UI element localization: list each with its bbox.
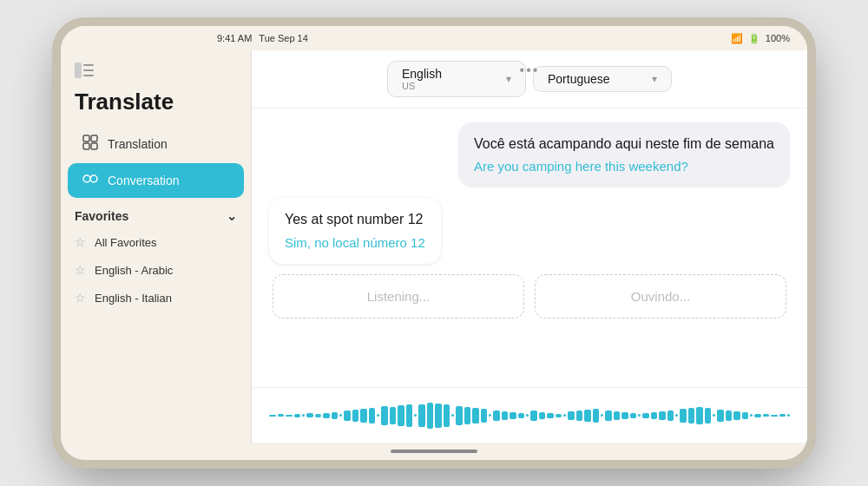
waveform-bar (360, 409, 367, 423)
waveform-bar (493, 410, 500, 421)
target-language-selector[interactable]: Portuguese ▾ (533, 66, 672, 92)
svg-point-9 (90, 175, 97, 182)
waveform-dot (526, 414, 529, 417)
favorite-italian-label: English - Italian (95, 292, 172, 305)
waveform-bar (754, 414, 761, 417)
waveform-bar (352, 410, 359, 422)
sidebar-toggle-icon[interactable] (61, 59, 251, 89)
waveform-bar (286, 415, 293, 417)
svg-rect-0 (75, 62, 82, 78)
home-indicator (61, 443, 807, 460)
waveform-bar (771, 415, 778, 417)
svg-rect-7 (91, 143, 97, 149)
waveform-dot (675, 414, 678, 417)
waveform-bar (510, 412, 516, 419)
waveform-bar (733, 411, 740, 420)
app-title: Translate (61, 89, 251, 126)
waveform-bar (427, 403, 434, 429)
waveform-bar (444, 404, 450, 427)
waveform-bar (547, 413, 554, 418)
waveform-bar (680, 409, 687, 423)
waveform-bar (418, 404, 425, 427)
conversation-label: Conversation (108, 174, 180, 187)
waveform-bar (539, 412, 546, 419)
bubble-primary-right-1: Você está acampando aqui neste fim de se… (474, 135, 774, 154)
waveform-bar (435, 404, 442, 428)
waveform-bar (278, 414, 285, 417)
listening-box-right: Ouvindo... (535, 274, 786, 319)
waveform-bar (390, 407, 397, 424)
waveform-bar (369, 408, 376, 424)
source-chevron-icon: ▾ (506, 73, 511, 85)
sidebar-item-translation[interactable]: Translation (68, 127, 244, 161)
waveform-dot (601, 414, 603, 417)
home-bar (391, 450, 477, 453)
waveform-dot (713, 414, 715, 417)
waveform-area (252, 387, 807, 443)
sidebar-item-conversation[interactable]: Conversation (68, 163, 244, 198)
star-icon-arabic: ☆ (75, 263, 86, 277)
svg-rect-1 (83, 64, 94, 66)
bubble-right-1: Você está acampando aqui neste fim de se… (458, 122, 790, 187)
waveform-bar (306, 413, 313, 417)
svg-rect-5 (91, 135, 97, 141)
source-lang-info: English US (402, 67, 442, 91)
favorites-chevron: ⌄ (227, 209, 237, 223)
waveform-bar (605, 410, 612, 421)
waveform-bar (530, 410, 537, 421)
battery-percent: 100% (766, 33, 790, 43)
waveform-bar (472, 408, 479, 424)
svg-rect-2 (83, 69, 94, 71)
language-bar: ••• English US ▾ Portuguese ▾ (252, 50, 807, 108)
waveform-dot (489, 414, 491, 417)
bubble-translation-left-1: Sim, no local número 12 (285, 233, 425, 252)
favorite-all-label: All Favorites (95, 236, 157, 249)
source-lang-sub: US (402, 81, 442, 91)
favorites-section[interactable]: Favorites ⌄ (61, 199, 251, 228)
waveform-bar (659, 411, 666, 420)
favorite-italian[interactable]: ☆ English - Italian (61, 284, 251, 312)
wifi-icon: 📶 (731, 33, 743, 44)
waveform-bar (481, 409, 488, 423)
svg-rect-6 (83, 143, 89, 149)
waveform-bar (323, 413, 330, 418)
waveform-dot (563, 414, 566, 417)
source-lang-name: English (402, 67, 442, 81)
waveform-bar (726, 410, 733, 421)
waveform-bar (502, 411, 509, 420)
bubble-left-1: Yes at spot number 12 Sim, no local núme… (269, 198, 441, 263)
favorite-arabic[interactable]: ☆ English - Arabic (61, 256, 251, 284)
waveform-dot (451, 414, 454, 417)
source-language-selector[interactable]: English US ▾ (387, 61, 526, 97)
waveform-bar (584, 410, 591, 422)
target-chevron-icon: ▾ (652, 73, 657, 85)
waveform-bar (568, 411, 575, 420)
waveform-bar (456, 406, 463, 425)
waveform-bar (556, 414, 562, 417)
waveform-bar (630, 413, 637, 418)
waveform-bar (763, 414, 770, 417)
favorite-all[interactable]: ☆ All Favorites (61, 228, 251, 256)
listening-left-text: Listening... (367, 289, 431, 304)
waveform-dot (787, 414, 790, 417)
waveform-dot (414, 414, 417, 417)
ipad-frame: 9:41 AM Tue Sep 14 📶 🔋 100% Translate (61, 26, 807, 460)
waveform-bar (651, 412, 658, 419)
favorites-label: Favorites (75, 209, 128, 223)
waveform-bar (576, 410, 583, 421)
bubble-translation-right-1: Are you camping here this weekend? (474, 157, 774, 175)
waveform-bar (614, 411, 621, 420)
translation-icon (82, 135, 99, 154)
lang-dots: ••• (520, 62, 540, 78)
waveform-dot (339, 414, 342, 417)
waveform-dot (302, 414, 305, 417)
bubble-primary-left-1: Yes at spot number 12 (285, 210, 425, 229)
sidebar: Translate Translation (61, 50, 252, 443)
target-lang-name: Portuguese (548, 72, 610, 86)
waveform-bar (667, 410, 674, 421)
favorite-arabic-label: English - Arabic (95, 264, 173, 277)
svg-rect-3 (83, 75, 94, 76)
star-icon-all: ☆ (75, 235, 86, 249)
listening-box-left: Listening... (273, 274, 524, 319)
waveform-dot (377, 414, 379, 417)
